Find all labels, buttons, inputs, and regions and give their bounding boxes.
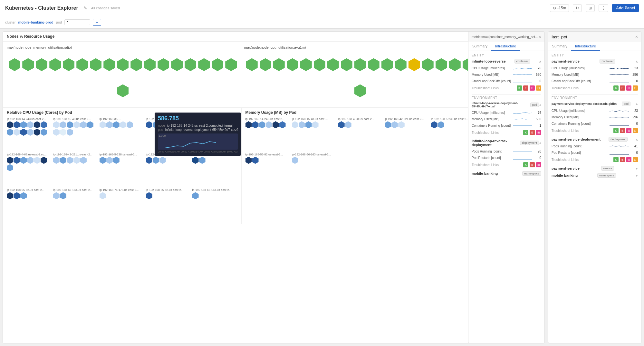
pod-hex[interactable] — [113, 157, 120, 164]
pod-hex[interactable] — [14, 192, 20, 199]
hex-node[interactable] — [9, 58, 20, 71]
pod-hex[interactable] — [338, 121, 345, 128]
pod-hex[interactable] — [53, 157, 60, 164]
troubleshoot-icon-pink[interactable]: ⊞ — [536, 130, 541, 135]
pod-hex[interactable] — [34, 129, 40, 136]
pod-hex[interactable] — [391, 121, 398, 128]
troubleshoot-icon-pink[interactable]: ⊞ — [626, 128, 631, 133]
hex-node[interactable] — [449, 58, 461, 71]
pod-hex[interactable] — [259, 121, 265, 128]
pod-hex[interactable] — [120, 121, 126, 128]
troubleshoot-icon-red[interactable]: E — [620, 128, 625, 133]
pod-hex[interactable] — [80, 121, 87, 128]
refresh-button[interactable]: ↻ — [573, 4, 582, 12]
troubleshoot-icon-green[interactable]: K — [613, 85, 619, 91]
troubleshoot-icon-red[interactable]: E — [530, 162, 535, 167]
hex-node[interactable] — [144, 58, 156, 71]
pod-hex[interactable] — [87, 121, 93, 128]
pod-hex[interactable] — [7, 129, 13, 136]
pod-hex[interactable] — [80, 157, 87, 164]
pod-hex[interactable] — [127, 121, 133, 128]
hex-node[interactable] — [49, 58, 61, 71]
pod-hex[interactable] — [273, 121, 279, 128]
pod-hex[interactable] — [159, 157, 166, 164]
pod-hex[interactable] — [7, 121, 13, 128]
pod-hex[interactable] — [252, 157, 259, 164]
add-panel-button[interactable]: Add Panel — [612, 4, 639, 12]
pod-hex[interactable] — [20, 121, 27, 128]
troubleshoot-icon-orange[interactable]: ⊡ — [633, 85, 638, 91]
hex-node[interactable] — [422, 58, 434, 71]
collapse-button[interactable]: ∧ — [539, 141, 541, 145]
hex-node[interactable] — [212, 58, 223, 71]
troubleshoot-icon-red[interactable]: E — [620, 85, 625, 91]
pod-hex[interactable] — [67, 157, 73, 164]
troubleshoot-icon-pink[interactable]: ⊞ — [536, 162, 541, 167]
pod-hex[interactable] — [60, 157, 66, 164]
collapse-button[interactable]: ∧ — [636, 102, 638, 106]
pod-hex[interactable] — [245, 157, 252, 164]
pod-hex[interactable] — [146, 192, 152, 199]
tab-summary-right[interactable]: Summary — [548, 42, 571, 51]
collapse-button[interactable]: ∧ — [636, 138, 638, 141]
pod-hex[interactable] — [34, 121, 40, 128]
collapse-button[interactable]: ∨ — [636, 167, 638, 170]
collapse-button[interactable]: ∧ — [539, 103, 541, 107]
time-selector[interactable]: ⊙ -15m — [550, 4, 569, 12]
troubleshoot-icon-green[interactable]: K — [517, 85, 522, 91]
pod-hex[interactable] — [73, 157, 80, 164]
hex-node[interactable] — [103, 58, 115, 71]
hex-node[interactable] — [158, 58, 169, 71]
pod-hex[interactable] — [305, 121, 312, 128]
pod-hex[interactable] — [199, 157, 206, 164]
pod-hex[interactable] — [7, 192, 13, 199]
edit-icon[interactable]: ✎ — [83, 5, 87, 11]
tab-infrastructure[interactable]: Infrastructure — [491, 42, 520, 51]
tab-summary[interactable]: Summary — [468, 42, 491, 51]
pod-hex[interactable] — [20, 192, 27, 199]
pod-hex[interactable] — [292, 157, 298, 164]
add-filter-button[interactable]: + — [93, 19, 101, 26]
pod-hex[interactable] — [27, 157, 34, 164]
metric-panel-close[interactable]: × — [539, 34, 541, 39]
hex-node[interactable] — [368, 58, 380, 71]
pod-hex[interactable] — [299, 121, 305, 128]
pod-hex[interactable] — [53, 121, 60, 128]
pod-hex[interactable] — [53, 192, 60, 199]
tab-infrastructure-right[interactable]: Infrastructure — [571, 42, 600, 51]
pod-hex[interactable] — [279, 121, 286, 128]
pod-hex[interactable] — [41, 157, 47, 164]
more-button[interactable]: ⋮ — [599, 4, 608, 12]
pod-input[interactable] — [64, 19, 90, 25]
troubleshoot-icon-red[interactable]: E — [620, 157, 625, 162]
pod-hex[interactable] — [245, 121, 252, 128]
hex-node[interactable] — [273, 58, 285, 71]
troubleshoot-icon-green[interactable]: K — [523, 162, 528, 167]
hex-node[interactable] — [314, 58, 325, 71]
collapse-button[interactable]: ∧ — [539, 60, 541, 63]
troubleshoot-icon-orange[interactable]: ⊡ — [633, 128, 638, 133]
pod-hex[interactable] — [385, 121, 391, 128]
pod-hex[interactable] — [431, 121, 437, 128]
pod-hex[interactable] — [7, 164, 13, 171]
pod-hex[interactable] — [252, 121, 259, 128]
troubleshoot-icon-red[interactable]: E — [530, 130, 535, 135]
pod-hex[interactable] — [60, 129, 66, 136]
pod-hex[interactable] — [266, 121, 272, 128]
hex-node[interactable] — [260, 58, 271, 71]
pod-hex[interactable] — [67, 129, 73, 136]
hex-node[interactable] — [354, 84, 366, 97]
pod-hex[interactable] — [100, 157, 106, 164]
troubleshoot-icon-green[interactable]: K — [613, 128, 619, 133]
pod-hex[interactable] — [100, 192, 106, 199]
hex-node[interactable] — [36, 58, 47, 71]
hex-node[interactable] — [63, 58, 74, 71]
hex-node[interactable] — [246, 58, 258, 71]
pod-hex[interactable] — [100, 121, 106, 128]
pod-hex[interactable] — [20, 157, 27, 164]
pod-hex[interactable] — [312, 121, 319, 128]
troubleshoot-icon-pink[interactable]: ⊞ — [626, 157, 631, 162]
pod-hex[interactable] — [34, 157, 40, 164]
troubleshoot-icon-green[interactable]: K — [613, 157, 619, 162]
pod-hex[interactable] — [192, 157, 199, 164]
